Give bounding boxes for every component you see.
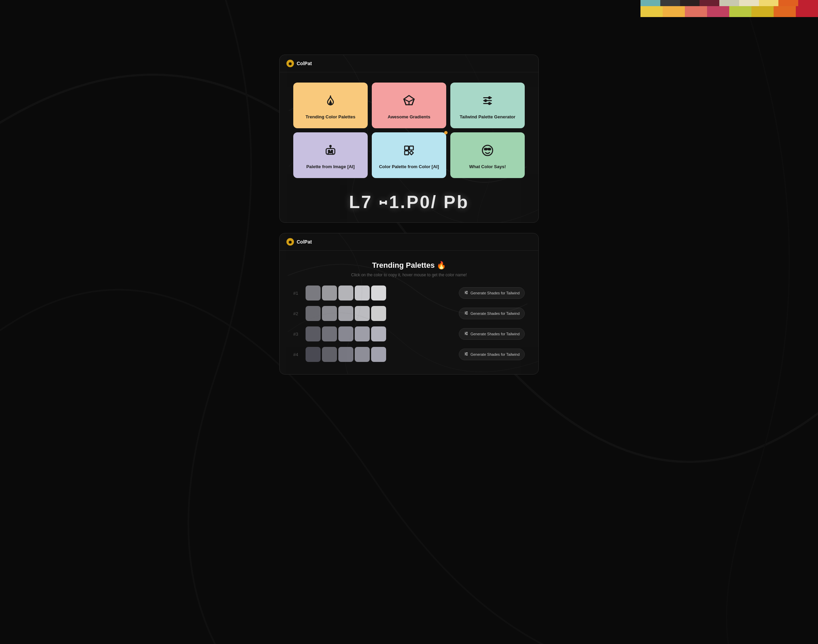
palette-color-swatch[interactable] xyxy=(338,347,354,362)
feature-card-tailwind[interactable]: Tailwind Palette Generator xyxy=(450,83,525,128)
generate-tailwind-btn-3[interactable]: Generate Shades for Tailwind xyxy=(459,328,525,340)
generate-btn-icon xyxy=(464,311,468,316)
palette-color-swatch[interactable] xyxy=(338,306,354,321)
app-title-1: ColPat xyxy=(297,61,312,66)
svg-rect-19 xyxy=(409,146,413,150)
trending-subtitle: Click on the color to copy it, hover mou… xyxy=(293,273,525,277)
palette-color-swatch[interactable] xyxy=(371,347,386,362)
color-strip-swatch xyxy=(640,0,660,6)
color-strip-swatch xyxy=(707,6,729,17)
color-strip-swatch xyxy=(773,6,796,17)
color-strip-swatch xyxy=(796,6,818,17)
window2-header: ◉ ColPat xyxy=(280,233,538,251)
feature-icon-gradients xyxy=(403,92,415,109)
generate-btn-icon xyxy=(464,290,468,296)
svg-point-41 xyxy=(466,334,467,335)
palette-color-swatch[interactable] xyxy=(322,347,337,362)
top-color-strips xyxy=(640,0,818,17)
generate-tailwind-btn-1[interactable]: Generate Shades for Tailwind xyxy=(459,287,525,299)
palette-list: #1Generate Shades for Tailwind#2Generate… xyxy=(293,285,525,362)
generate-btn-icon xyxy=(464,331,468,337)
feature-label-image-ai: Palette from Image [AI] xyxy=(306,164,355,170)
palette-color-swatch[interactable] xyxy=(306,327,321,342)
generate-btn-label: Generate Shades for Tailwind xyxy=(471,332,520,336)
color-strip-swatch xyxy=(700,0,720,6)
palette-color-swatch[interactable] xyxy=(322,327,337,342)
feature-icon-trending xyxy=(325,92,336,109)
app-logo-2: ◉ xyxy=(286,238,294,245)
palette-number: #2 xyxy=(293,311,301,316)
svg-point-35 xyxy=(466,314,467,314)
color-strip-swatch xyxy=(759,0,779,6)
color-strip-swatch xyxy=(640,6,663,17)
palette-row-2: #2Generate Shades for Tailwind xyxy=(293,306,525,321)
generate-btn-icon xyxy=(464,352,468,357)
palette-color-swatch[interactable] xyxy=(371,327,386,342)
palette-color-swatch[interactable] xyxy=(306,347,321,362)
svg-point-8 xyxy=(485,100,487,102)
feature-card-wrapper-trending: Trending Color Palettes xyxy=(293,83,368,128)
feature-label-what-color: What Color Says! xyxy=(469,164,506,170)
window1-header: ◉ ColPat xyxy=(280,55,538,72)
palette-color-swatch[interactable] xyxy=(355,327,370,342)
svg-point-33 xyxy=(466,312,467,313)
palette-color-swatch[interactable] xyxy=(355,347,370,362)
color-strip-swatch xyxy=(663,6,685,17)
palette-color-swatch[interactable] xyxy=(355,285,370,301)
palette-number: #1 xyxy=(293,291,301,296)
svg-point-45 xyxy=(466,353,467,353)
color-strip-swatch xyxy=(798,0,818,6)
palette-color-swatch[interactable] xyxy=(322,285,337,301)
svg-rect-23 xyxy=(488,149,491,150)
palette-color-swatch[interactable] xyxy=(338,285,354,301)
svg-point-47 xyxy=(466,355,467,356)
feature-card-wrapper-tailwind: Tailwind Palette Generator xyxy=(450,83,525,128)
trending-window: ◉ ColPat Trending Palettes 🔥 Click on th… xyxy=(279,233,539,374)
palette-color-swatch[interactable] xyxy=(322,306,337,321)
palette-color-swatch[interactable] xyxy=(371,285,386,301)
feature-icon-tailwind xyxy=(482,92,493,109)
svg-rect-17 xyxy=(328,152,332,153)
palette-swatches xyxy=(306,285,455,301)
feature-label-tailwind: Tailwind Palette Generator xyxy=(460,114,515,120)
svg-point-40 xyxy=(465,333,466,334)
palette-color-swatch[interactable] xyxy=(306,306,321,321)
palette-row-4: #4Generate Shades for Tailwind xyxy=(293,347,525,362)
generate-tailwind-btn-2[interactable]: Generate Shades for Tailwind xyxy=(459,308,525,319)
feature-card-trending[interactable]: Trending Color Palettes xyxy=(293,83,368,128)
palette-color-swatch[interactable] xyxy=(371,306,386,321)
svg-rect-22 xyxy=(484,149,487,150)
feature-card-gradients[interactable]: Awesome Gradients xyxy=(372,83,446,128)
feature-icon-color-ai xyxy=(403,142,415,159)
feature-card-color-ai[interactable]: Color Palette from Color [AI] xyxy=(372,132,446,178)
palette-color-swatch[interactable] xyxy=(306,285,321,301)
palette-row-1: #1Generate Shades for Tailwind xyxy=(293,285,525,301)
palette-color-swatch[interactable] xyxy=(338,327,354,342)
feature-card-image-ai[interactable]: Palette from Image [AI] xyxy=(293,132,368,178)
feature-card-wrapper-gradients: Awesome Gradients xyxy=(372,83,446,128)
generate-btn-label: Generate Shades for Tailwind xyxy=(471,311,520,316)
svg-point-28 xyxy=(465,292,466,293)
svg-point-34 xyxy=(465,313,466,313)
palette-number: #3 xyxy=(293,331,301,337)
svg-point-39 xyxy=(466,332,467,333)
color-strip-swatch xyxy=(739,0,759,6)
color-strip-swatch xyxy=(660,0,680,6)
color-strip-swatch xyxy=(729,6,752,17)
feature-grid: Trending Color PalettesAwesome Gradients… xyxy=(280,72,538,188)
svg-rect-18 xyxy=(404,146,408,150)
svg-point-7 xyxy=(489,97,490,99)
feature-card-what-color[interactable]: What Color Says! xyxy=(450,132,525,178)
palette-swatches xyxy=(306,327,455,342)
app-title-2: ColPat xyxy=(297,239,312,245)
palette-row-3: #3Generate Shades for Tailwind xyxy=(293,327,525,342)
trending-content: Trending Palettes 🔥 Click on the color t… xyxy=(280,251,538,374)
palette-color-swatch[interactable] xyxy=(355,306,370,321)
page-wrapper: ◉ ColPat Trending Color PalettesAwesome … xyxy=(0,0,818,388)
feature-icon-image-ai xyxy=(325,142,336,159)
color-strip-swatch xyxy=(720,0,739,6)
trending-title: Trending Palettes 🔥 xyxy=(293,261,525,270)
app-logo: ◉ xyxy=(286,60,294,67)
generate-tailwind-btn-4[interactable]: Generate Shades for Tailwind xyxy=(459,349,525,360)
svg-rect-20 xyxy=(404,151,408,155)
